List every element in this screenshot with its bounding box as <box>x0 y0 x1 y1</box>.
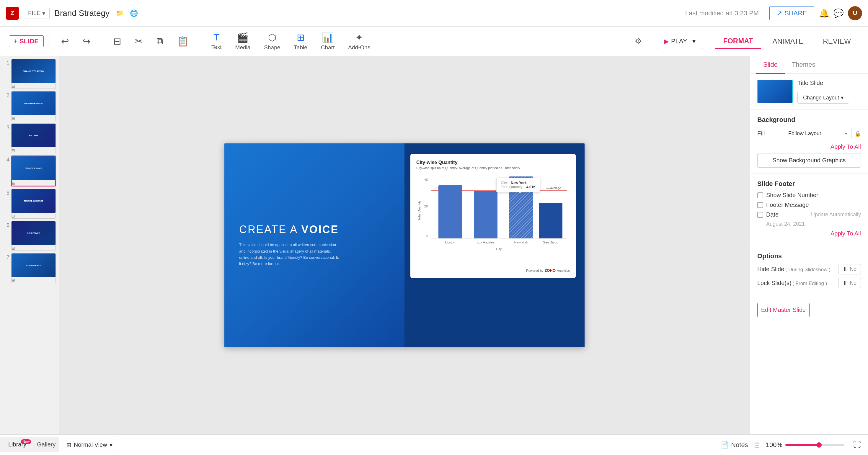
slide-number-7: 7 <box>3 253 9 261</box>
view-mode-button[interactable]: ⊞ Normal View ▾ <box>61 439 118 451</box>
zoom-percentage: 100% <box>766 441 782 449</box>
avatar[interactable]: U <box>848 6 862 20</box>
notes-button[interactable]: 📄 Notes <box>721 441 748 449</box>
undo-button[interactable]: ↩ <box>56 33 74 49</box>
tab-animate[interactable]: ANIMATE <box>764 34 812 48</box>
date-checkbox[interactable] <box>757 212 763 218</box>
notes-label: Notes <box>731 441 748 449</box>
zoom-slider[interactable] <box>785 444 844 446</box>
play-button[interactable]: ▶ PLAY ▾ <box>657 34 703 49</box>
main-area: 1 BRAND STRATEGY ⊟ 2 BRAND MESSAGE ⊟ <box>0 56 868 434</box>
slide-thumb-6[interactable]: 6 OBJECTIVES ⊟ <box>3 221 56 251</box>
slide-preview-2[interactable]: BRAND MESSAGE ⊟ <box>11 91 56 121</box>
toolbar-divider-3 <box>200 34 200 49</box>
media-tool-button[interactable]: 🎬 Media <box>230 30 256 53</box>
tab-format[interactable]: FORMAT <box>715 34 762 49</box>
chat-icon[interactable]: 💬 <box>833 8 844 18</box>
settings-button[interactable]: ⚙ <box>632 35 645 48</box>
slide-mini-icon-1[interactable]: ⊟ <box>11 84 15 89</box>
slide-mini-icon-2[interactable]: ⊟ <box>11 116 15 121</box>
panel-tab-slide[interactable]: Slide <box>756 56 785 74</box>
panel-tab-themes[interactable]: Themes <box>785 56 822 73</box>
layout-button[interactable]: ⊟ <box>108 33 127 49</box>
fullscreen-icon[interactable]: ⛶ <box>853 440 861 449</box>
background-title: Background <box>757 116 861 124</box>
slide-icons-1: ⊟ <box>11 84 56 89</box>
hide-slide-value: No <box>850 266 857 272</box>
chart-svg-wrapper: 4K 2K 0 Total Quantity 3.86K <box>416 172 570 258</box>
show-slide-number-row: Show Slide Number <box>757 192 861 199</box>
toolbar: + SLIDE ↩ ↪ ⊟ ✂ ⧉ 📋 T Text 🎬 Media ⬡ Sha… <box>0 27 868 56</box>
app-logo: Z <box>6 7 19 20</box>
fill-select[interactable]: Follow Layout ▾ <box>784 128 851 139</box>
slide-thumb-7[interactable]: 7 CONSISTENCY ⊟ <box>3 253 56 283</box>
shape-tool-button[interactable]: ⬡ Shape <box>259 30 285 53</box>
grid-icon[interactable]: ⊞ <box>754 441 760 449</box>
globe-icon[interactable]: 🌐 <box>128 8 139 19</box>
tooltip-city-value: New York <box>511 181 527 185</box>
slide-thumb-1[interactable]: 1 BRAND STRATEGY ⊟ <box>3 59 56 89</box>
addons-tool-label: Add-Ons <box>348 44 370 51</box>
folder-icon[interactable]: 📁 <box>114 8 125 19</box>
footer-apply-all-button[interactable]: Apply To All <box>757 230 861 237</box>
show-slide-number-checkbox[interactable] <box>757 192 763 198</box>
addons-tool-button[interactable]: ✦ Add-Ons <box>343 30 376 53</box>
hide-slide-toggle[interactable]: ⏸ No <box>838 264 861 274</box>
toggle-icon: ⏸ <box>843 266 848 272</box>
slide-preview-4[interactable]: CREATE A VOICE ⊟ <box>11 156 56 187</box>
slide-mini-icon-5[interactable]: ⊟ <box>11 214 15 218</box>
slide-mini-icon-6[interactable]: ⊟ <box>11 246 15 251</box>
slide-preview-5[interactable]: TARGET AUDIENCE ⊟ <box>11 189 56 219</box>
slide-thumb-4[interactable]: 4 CREATE A VOICE ⊟ <box>3 156 56 187</box>
slide-mini-icon-7[interactable]: ⊟ <box>11 278 15 283</box>
slide-thumb-2[interactable]: 2 BRAND MESSAGE ⊟ <box>3 91 56 121</box>
lock-slide-toggle[interactable]: ⏸ No <box>838 278 861 288</box>
slide-left-panel: CREATE A VOICE This voice should be appl… <box>224 143 404 347</box>
bell-icon[interactable]: 🔔 <box>819 8 829 18</box>
edit-master-slide-button[interactable]: Edit Master Slide <box>757 303 810 317</box>
paste-button[interactable]: 📋 <box>172 33 194 49</box>
slide-thumb-3[interactable]: 3 BE TRUE ⊟ <box>3 123 56 153</box>
panel-slide-section: Title Slide Change Layout ▾ <box>750 74 868 110</box>
text-tool-button[interactable]: T Text <box>206 30 227 53</box>
chart-tool-button[interactable]: 📊 Chart <box>316 30 340 53</box>
slide-preview-7[interactable]: CONSISTENCY ⊟ <box>11 253 56 283</box>
slide-mini-icon-4[interactable]: ⊟ <box>12 181 16 186</box>
notes-icon: 📄 <box>721 441 728 449</box>
toolbar-divider-2 <box>102 34 102 49</box>
svg-text:City: City <box>496 247 502 251</box>
slide-mini-icon-3[interactable]: ⊟ <box>11 148 15 153</box>
redo-button[interactable]: ↪ <box>78 33 96 49</box>
copy-button[interactable]: ⧉ <box>151 33 168 49</box>
add-slide-button[interactable]: + SLIDE <box>9 35 44 47</box>
lock-slide-row: Lock Slide(s) ( From Editing ) ⏸ No <box>757 278 861 288</box>
fill-label: Fill <box>757 130 781 137</box>
panel-slide-wrap: Title Slide Change Layout ▾ <box>757 80 861 104</box>
apply-all-button[interactable]: Apply To All <box>757 143 861 150</box>
footer-message-checkbox[interactable] <box>757 202 763 208</box>
slide-preview-img-3: BE TRUE <box>11 124 56 147</box>
share-button[interactable]: ↗ SHARE <box>769 6 814 20</box>
svg-rect-14 <box>539 203 562 238</box>
change-layout-button[interactable]: Change Layout ▾ <box>798 92 849 104</box>
shape-tool-label: Shape <box>264 44 280 51</box>
slide-footer-title: Slide Footer <box>757 180 861 188</box>
tab-review[interactable]: REVIEW <box>814 34 859 48</box>
lock-icon[interactable]: 🔒 <box>855 130 861 137</box>
cut-button[interactable]: ✂ <box>130 33 148 49</box>
zoom-row: 100% <box>766 441 844 449</box>
svg-text:San Diego: San Diego <box>543 240 558 244</box>
zoho-logo: ZOHO <box>545 268 556 273</box>
show-background-graphics-button[interactable]: Show Background Graphics <box>757 153 861 168</box>
file-menu-button[interactable]: FILE ▾ <box>24 8 50 19</box>
chart-container[interactable]: City-wise Quantity City-wise split up of… <box>410 154 576 278</box>
table-tool-button[interactable]: ⊞ Table <box>288 30 312 53</box>
slide-preview-1[interactable]: BRAND STRATEGY ⊟ <box>11 59 56 89</box>
hide-slide-label: Hide Slide <box>757 266 784 272</box>
breadcrumb: Brand Strategy <box>54 8 110 18</box>
slide-preview-6[interactable]: OBJECTIVES ⊟ <box>11 221 56 251</box>
slide-thumb-5[interactable]: 5 TARGET AUDIENCE ⊟ <box>3 189 56 219</box>
slide-canvas[interactable]: CREATE A VOICE This voice should be appl… <box>224 143 585 347</box>
slide-preview-3[interactable]: BE TRUE ⊟ <box>11 123 56 153</box>
zoom-thumb[interactable] <box>816 442 822 448</box>
